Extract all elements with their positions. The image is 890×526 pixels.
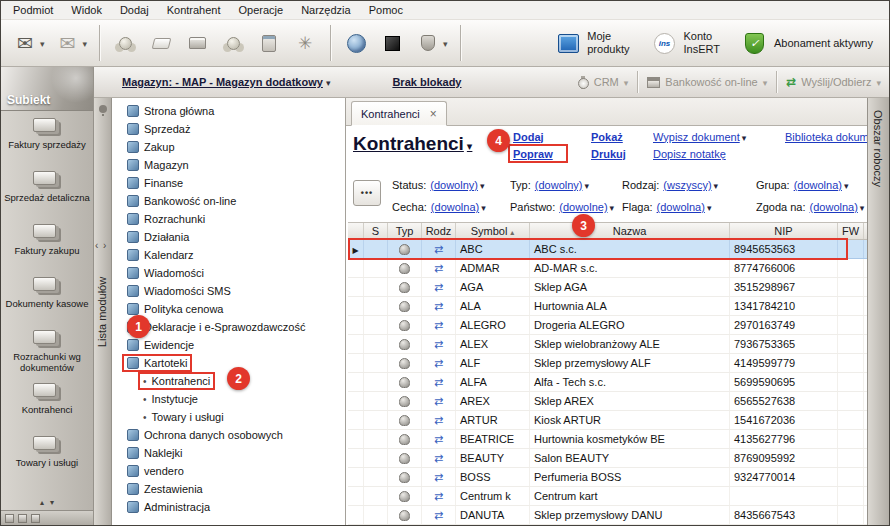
lock-status-link[interactable]: Brak blokady xyxy=(392,76,461,88)
filter-dropdown[interactable]: Państwo: (dowolne) xyxy=(510,201,622,213)
tree-item[interactable]: Działania xyxy=(112,228,345,246)
filter-dropdown[interactable]: Status: (dowolny) xyxy=(392,179,510,191)
table-row[interactable]: Centrum k Centrum kart xyxy=(348,487,867,506)
dopisz-notatke-link[interactable]: Dopisz notatkę xyxy=(653,148,785,160)
rail-shortcut[interactable]: Sprzedaż detaliczna xyxy=(1,166,93,219)
tree-item[interactable]: Administracja xyxy=(112,498,345,516)
menu-item[interactable]: Narzędzia xyxy=(292,2,360,18)
tree-item[interactable]: Rozrachunki xyxy=(112,210,345,228)
page-title-menu[interactable]: Kontrahenci xyxy=(353,133,472,155)
printer-button[interactable] xyxy=(181,27,213,59)
tree-item[interactable]: Ewidencje xyxy=(112,336,345,354)
tree-item[interactable]: Wiadomości SMS xyxy=(112,282,345,300)
rail-shortcut[interactable]: Towary i usługi xyxy=(1,431,93,484)
table-row[interactable]: ARTUR Kiosk ARTUR 1541672036 xyxy=(348,411,867,430)
tree-item[interactable]: Instytucje xyxy=(112,390,345,408)
tree-item[interactable]: Ochrona danych osobowych xyxy=(112,426,345,444)
table-row[interactable]: BEAUTY Salon BEAUTY 8769095992 xyxy=(348,449,867,468)
scroll-up-icon[interactable] xyxy=(40,495,44,507)
rail-shortcut[interactable]: Faktury zakupu xyxy=(1,219,93,272)
chevron-right-icon[interactable] xyxy=(103,240,106,251)
archive-button[interactable] xyxy=(412,27,451,59)
table-row[interactable]: ADMAR AD-MAR s.c. 8774766006 xyxy=(348,259,867,278)
moje-produkty-button[interactable]: Moje produkty xyxy=(549,27,635,59)
view-switch-icon[interactable] xyxy=(18,514,27,523)
table-row[interactable]: AGA Sklep AGA 3515298967 xyxy=(348,278,867,297)
tree-item[interactable]: Wiadomości xyxy=(112,264,345,282)
tree-item[interactable]: Kartoteki xyxy=(112,354,345,372)
close-icon[interactable] xyxy=(430,108,437,120)
table-row[interactable]: ALA Hurtownia ALA 1341784210 xyxy=(348,297,867,316)
tree-item[interactable]: Polityka cenowa xyxy=(112,300,345,318)
header-typ[interactable]: Typ xyxy=(388,223,422,239)
table-row[interactable]: ALEGRO Drogeria ALEGRO 2970163749 xyxy=(348,316,867,335)
filter-dropdown[interactable]: Cecha: (dowolna) xyxy=(392,201,510,213)
header-rodz[interactable]: Rodz xyxy=(422,223,456,239)
wyslij-odbierz-button[interactable]: Wyślij/Odbierz xyxy=(786,75,881,89)
cash-button[interactable] xyxy=(109,27,141,59)
table-row[interactable]: BOSS Perfumeria BOSS 9324770014 xyxy=(348,468,867,487)
dodaj-link[interactable]: Dodaj xyxy=(513,131,591,143)
settings-button[interactable] xyxy=(289,27,321,59)
workspace-strip[interactable]: Obszar roboczy xyxy=(867,98,889,525)
more-filters-button[interactable] xyxy=(353,180,381,206)
tree-item[interactable]: Towary i usługi xyxy=(112,408,345,426)
online-button[interactable] xyxy=(340,27,372,59)
table-row[interactable]: ALF Sklep przemysłowy ALF 4149599779 xyxy=(348,354,867,373)
filter-dropdown[interactable]: Typ: (dowolny) xyxy=(510,179,622,191)
tree-item[interactable]: Finanse xyxy=(112,174,345,192)
bankowosc-button[interactable]: Bankowość on-line xyxy=(647,76,767,88)
chevron-down-icon[interactable] xyxy=(443,37,448,49)
tree-item[interactable]: Zestawienia xyxy=(112,480,345,498)
modules-list-strip[interactable]: Lista modułów xyxy=(94,98,112,525)
menu-item[interactable]: Widok xyxy=(62,2,111,18)
pin-icon[interactable] xyxy=(99,105,107,113)
header-nip[interactable]: NIP xyxy=(730,223,838,239)
tree-item[interactable]: vendero xyxy=(112,462,345,480)
header-nazwa[interactable]: Nazwa xyxy=(530,223,730,239)
menu-item[interactable]: Operacje xyxy=(230,2,293,18)
rail-shortcut[interactable]: Dokumenty kasowe xyxy=(1,272,93,325)
table-row[interactable]: ALFA Alfa - Tech s.c. 5699590695 xyxy=(348,373,867,392)
chevron-left-icon[interactable] xyxy=(95,240,98,251)
tree-item[interactable]: Naklejki xyxy=(112,444,345,462)
abonament-button[interactable]: Abonament aktywny xyxy=(736,27,879,59)
menu-item[interactable]: Podmiot xyxy=(4,2,62,18)
filter-dropdown[interactable]: Zgoda na: (dowolna) xyxy=(756,201,867,213)
view-switch-icon[interactable] xyxy=(5,514,14,523)
table-row[interactable]: AREX Sklep AREX 6565527638 xyxy=(348,392,867,411)
send-mail-button[interactable] xyxy=(9,27,48,59)
biblioteka-dokumentow-link[interactable]: Biblioteka dokumentów xyxy=(785,131,867,143)
menu-item[interactable]: Pomoc xyxy=(360,2,412,18)
header-selector[interactable] xyxy=(348,223,364,239)
module-cube-button[interactable] xyxy=(376,27,408,59)
drukuj-link[interactable]: Drukuj xyxy=(591,148,653,160)
konto-insert-button[interactable]: Konto InsERT xyxy=(645,27,725,59)
rail-shortcut[interactable]: Kontrahenci xyxy=(1,378,93,431)
wypisz-dokument-link[interactable]: Wypisz dokument xyxy=(653,131,740,143)
filter-dropdown[interactable]: Flaga: (dowolna) xyxy=(622,201,756,213)
table-row[interactable]: ALEX Sklep wielobranżowy ALE 7936753365 xyxy=(348,335,867,354)
tree-item[interactable]: Sprzedaż xyxy=(112,120,345,138)
eraser-button[interactable] xyxy=(145,27,177,59)
pokaz-link[interactable]: Pokaż xyxy=(591,131,653,143)
tree-item[interactable]: Kalendarz xyxy=(112,246,345,264)
table-row[interactable]: DANUTA Sklep przemysłowy DANU 8435667543 xyxy=(348,506,867,525)
tree-item[interactable]: Strona główna xyxy=(112,102,345,120)
rail-shortcut[interactable]: Faktury sprzedaży xyxy=(1,113,93,166)
chevron-down-icon[interactable] xyxy=(40,37,45,49)
tree-item[interactable]: Zakup xyxy=(112,138,345,156)
filter-dropdown[interactable]: Grupa: (dowolna) xyxy=(756,179,867,191)
tree-item[interactable]: Bankowość on-line xyxy=(112,192,345,210)
chevron-down-icon[interactable] xyxy=(83,37,88,49)
tree-item[interactable]: Magazyn xyxy=(112,156,345,174)
magazyn-selector[interactable]: Magazyn: - MAP - Magazyn dodatkowy xyxy=(122,76,330,88)
menu-item[interactable]: Kontrahent xyxy=(158,2,230,18)
payments-button[interactable] xyxy=(217,27,249,59)
tab-kontrahenci[interactable]: Kontrahenci xyxy=(351,101,447,126)
filter-dropdown[interactable]: Rodzaj: (wszyscy) xyxy=(622,179,756,191)
crm-button[interactable]: CRM xyxy=(578,76,629,89)
scroll-down-icon[interactable] xyxy=(50,495,54,507)
header-s[interactable]: S xyxy=(364,223,388,239)
header-symbol[interactable]: Symbol xyxy=(456,223,530,239)
